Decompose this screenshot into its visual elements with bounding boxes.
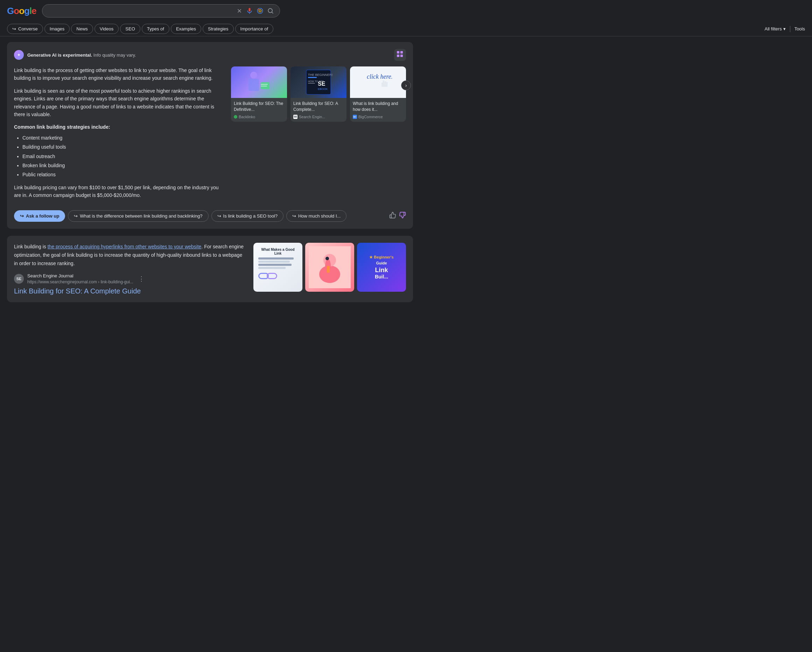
svg-point-4 bbox=[259, 10, 261, 12]
result-description: Link building is the process of acquirin… bbox=[14, 243, 245, 268]
list-item: Email outreach bbox=[22, 152, 223, 160]
filter-chip-news[interactable]: News bbox=[71, 24, 93, 34]
svg-rect-29 bbox=[384, 81, 386, 85]
result-images: What Makes a Good Link bbox=[253, 243, 406, 295]
ai-strategies-heading: Common link building strategies include: bbox=[14, 123, 223, 131]
ai-panel: ✦ Generative AI is experimental. Info qu… bbox=[7, 42, 413, 229]
svg-text:EBOOK: EBOOK bbox=[318, 87, 328, 91]
search-submit-button[interactable] bbox=[267, 8, 274, 14]
filter-chip-types-of[interactable]: Types of bbox=[142, 24, 169, 34]
lens-button[interactable] bbox=[256, 8, 264, 14]
ai-text-content: Link building is the process of getting … bbox=[14, 67, 223, 204]
ai-paragraph-1: Link building is the process of getting … bbox=[14, 67, 223, 82]
followup-chip-seo-tool[interactable]: ↪ Is link building a SEO tool? bbox=[211, 210, 284, 222]
svg-rect-16 bbox=[261, 84, 268, 85]
svg-rect-32 bbox=[382, 84, 388, 87]
result-text: Link building is the process of acquirin… bbox=[14, 243, 245, 295]
bc-icon: BC bbox=[353, 115, 357, 119]
source-card-image-1 bbox=[231, 67, 287, 98]
sej-icon: SE bbox=[293, 115, 298, 119]
followup-arrow-icon: ↪ bbox=[20, 213, 24, 219]
ai-grid-button[interactable] bbox=[394, 49, 406, 61]
filter-bar: ↪ Converse Images News Videos SEO Types … bbox=[0, 22, 812, 37]
source-cards-next-button[interactable]: › bbox=[401, 81, 411, 90]
result-desc-start: Link building is bbox=[14, 244, 47, 250]
chip-arrow-icon: ↪ bbox=[292, 213, 296, 219]
filter-chip-converse[interactable]: ↪ Converse bbox=[7, 24, 43, 34]
ai-paragraph-3: Link building pricing can vary from $100… bbox=[14, 184, 223, 200]
result-source-icon: SE bbox=[14, 274, 24, 284]
source-name-2: Search Engin... bbox=[299, 115, 325, 119]
feedback-icons bbox=[389, 212, 406, 220]
source-name-3: BigCommerce bbox=[359, 115, 383, 119]
source-card-bigcommerce[interactable]: click here. bbox=[350, 67, 406, 122]
svg-point-37 bbox=[325, 257, 329, 260]
svg-rect-17 bbox=[261, 86, 267, 87]
result-site-name: Search Engine Journal bbox=[27, 273, 133, 279]
list-item: Public relations bbox=[22, 171, 223, 178]
header: Google link building bbox=[0, 0, 812, 22]
filter-chip-seo[interactable]: SEO bbox=[120, 24, 140, 34]
chevron-down-icon: ▾ bbox=[783, 26, 786, 32]
filter-divider bbox=[790, 26, 790, 32]
google-logo[interactable]: Google bbox=[7, 6, 37, 17]
followup-chip-backlinking[interactable]: ↪ What is the difference between link bu… bbox=[68, 210, 208, 222]
voice-search-button[interactable] bbox=[246, 8, 253, 14]
svg-rect-22 bbox=[308, 83, 315, 84]
filter-chip-examples[interactable]: Examples bbox=[171, 24, 201, 34]
svg-rect-38 bbox=[327, 266, 328, 273]
source-card-image-3: click here. bbox=[350, 67, 406, 98]
followup-bar: ↪ Ask a follow up ↪ What is the differen… bbox=[14, 210, 406, 222]
ai-paragraph-2: Link building is seen as one of the most… bbox=[14, 87, 223, 119]
svg-rect-10 bbox=[400, 51, 403, 53]
main-content: ✦ Generative AI is experimental. Info qu… bbox=[0, 37, 420, 308]
svg-rect-9 bbox=[397, 51, 399, 53]
list-item: Broken link building bbox=[22, 161, 223, 169]
tools-button[interactable]: Tools bbox=[795, 26, 805, 32]
list-item: Building useful tools bbox=[22, 143, 223, 151]
ai-body: Link building is the process of getting … bbox=[14, 67, 406, 204]
svg-line-8 bbox=[272, 12, 273, 14]
result-image-1[interactable]: What Makes a Good Link bbox=[253, 243, 302, 292]
svg-point-14 bbox=[250, 72, 257, 79]
ai-panel-header: ✦ Generative AI is experimental. Info qu… bbox=[14, 49, 406, 61]
followup-chip-how-much[interactable]: ↪ How much should I... bbox=[286, 210, 346, 222]
svg-point-6 bbox=[258, 8, 259, 9]
result-image-3[interactable]: ★ Beginner's Guide Link Buil... bbox=[357, 243, 406, 292]
filter-chip-importance-of[interactable]: Importance of bbox=[235, 24, 274, 34]
search-input[interactable]: link building bbox=[48, 8, 234, 14]
list-item: Content marketing bbox=[22, 134, 223, 142]
all-filters-button[interactable]: All filters ▾ bbox=[765, 26, 786, 32]
source-name-1: Backlinko bbox=[239, 115, 255, 119]
ai-disclaimer: Generative AI is experimental. Info qual… bbox=[27, 52, 136, 58]
filter-chip-images[interactable]: Images bbox=[44, 24, 70, 34]
svg-rect-11 bbox=[397, 55, 399, 57]
thumbs-up-button[interactable] bbox=[389, 212, 396, 220]
svg-rect-2 bbox=[249, 8, 250, 12]
svg-point-7 bbox=[268, 8, 272, 12]
filter-chip-strategies[interactable]: Strategies bbox=[203, 24, 234, 34]
result-url: https://www.searchenginejournal.com › li… bbox=[27, 279, 133, 285]
source-card-title-2: Link Building for SEO: A Complete... bbox=[293, 101, 344, 113]
ai-sparkle-icon: ✦ bbox=[14, 50, 24, 60]
search-bar: link building bbox=[42, 4, 280, 17]
source-card-sej[interactable]: THE BEGINNERS HOW TO GET SE EBOOK Link bbox=[290, 67, 346, 122]
svg-rect-28 bbox=[383, 81, 384, 85]
search-result-sej: Link building is the process of acquirin… bbox=[7, 236, 413, 302]
svg-rect-13 bbox=[249, 79, 259, 91]
result-image-2[interactable] bbox=[305, 243, 354, 292]
svg-text:SE: SE bbox=[318, 81, 325, 87]
result-highlight: the process of acquiring hyperlinks from… bbox=[47, 244, 201, 250]
svg-rect-12 bbox=[400, 55, 403, 57]
svg-text:THE BEGINNERS: THE BEGINNERS bbox=[308, 73, 333, 76]
clear-search-button[interactable] bbox=[236, 8, 243, 14]
source-card-title-1: Link Building for SEO: The Definitive... bbox=[234, 101, 284, 113]
thumbs-down-button[interactable] bbox=[399, 212, 406, 220]
chip-arrow-icon: ↪ bbox=[217, 213, 221, 219]
source-card-backlinko[interactable]: Link Building for SEO: The Definitive...… bbox=[231, 67, 287, 122]
source-dot-icon bbox=[234, 115, 237, 119]
result-more-options-button[interactable]: ⋮ bbox=[138, 275, 145, 283]
ask-followup-button[interactable]: ↪ Ask a follow up bbox=[14, 210, 65, 222]
filter-chip-videos[interactable]: Videos bbox=[95, 24, 119, 34]
result-title[interactable]: Link Building for SEO: A Complete Guide bbox=[14, 287, 245, 295]
